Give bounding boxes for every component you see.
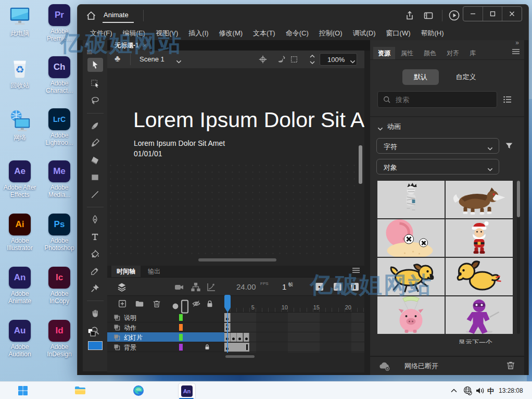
- layer-row-说明[interactable]: 说明: [107, 313, 224, 322]
- share-icon[interactable]: [404, 10, 415, 21]
- timeline-horizontal-scrollbar[interactable]: [225, 355, 255, 358]
- onion-skin-icon[interactable]: ●: [315, 283, 323, 291]
- segment-custom-button[interactable]: 自定义: [447, 69, 485, 85]
- panel-tab-库[interactable]: 库: [465, 47, 480, 59]
- scene-chevron-icon[interactable]: [176, 57, 182, 61]
- menu-item[interactable]: 修改(M): [214, 27, 248, 40]
- desktop-icon-Au[interactable]: AuAdobe Audition: [0, 320, 40, 358]
- onion-skin-outline-icon[interactable]: ○: [334, 283, 341, 291]
- fluid-brush-tool-icon[interactable]: [87, 120, 103, 131]
- layer-outline-icon[interactable]: [113, 344, 120, 351]
- segment-default-button[interactable]: 默认: [402, 69, 439, 85]
- stage-canvas[interactable]: Lorem Ipsum Dolor Sit Amet Lorem Ipsum D…: [107, 68, 364, 266]
- layers-icon[interactable]: [117, 282, 127, 292]
- lock-layers-icon[interactable]: [205, 299, 214, 308]
- line-tool-icon[interactable]: [87, 189, 103, 200]
- layer-row-幻灯片[interactable]: 幻灯片: [107, 332, 224, 342]
- assets-scrollbar[interactable]: [517, 181, 520, 334]
- swap-colors-icon[interactable]: [87, 328, 98, 340]
- panel-tab-颜色[interactable]: 颜色: [419, 47, 441, 59]
- menu-item[interactable]: 帮助(H): [416, 27, 449, 40]
- menu-item[interactable]: 控制(O): [314, 27, 348, 40]
- menu-item[interactable]: 编辑(E): [118, 27, 150, 40]
- asset-warp-tool-icon[interactable]: [87, 283, 103, 294]
- asset-thumbnail-pig[interactable]: [377, 296, 445, 334]
- desktop-icon-Ai[interactable]: AiAdobe Illustrator: [0, 214, 40, 252]
- panel-tab-对齐[interactable]: 对齐: [442, 47, 464, 59]
- tools-panel-menu-icon[interactable]: [86, 48, 93, 56]
- timeline-tab-输出[interactable]: 输出: [143, 266, 166, 277]
- section-title[interactable]: 动画: [387, 122, 401, 131]
- scene-name[interactable]: Scene 1: [140, 55, 164, 63]
- zoom-chevron-icon[interactable]: [350, 57, 356, 61]
- asset-thumbnail-santa[interactable]: [446, 219, 513, 257]
- show-all-dot-icon[interactable]: [171, 302, 180, 311]
- frame-graph-icon[interactable]: [206, 282, 217, 292]
- asset-thumbnail-ninja[interactable]: [446, 296, 513, 334]
- stage-vertical-scrollbar[interactable]: [359, 145, 362, 184]
- desktop-icon-network[interactable]: 网络: [0, 108, 40, 141]
- stage-text-heading[interactable]: Lorem Ipsum Dolor Sit Amet: [133, 108, 364, 132]
- desktop-icon-Ch[interactable]: ChAdobe Charact...: [41, 56, 78, 94]
- file-explorer-icon[interactable]: [74, 384, 86, 397]
- minimize-button[interactable]: [463, 7, 483, 21]
- tray-network-offline-icon[interactable]: [462, 385, 473, 396]
- desktop-icon-LrC[interactable]: LrCAdobe Lightroo...: [41, 108, 78, 146]
- fill-color-swatch[interactable]: [88, 341, 103, 350]
- document-tab[interactable]: 无标题-1 ×: [110, 40, 150, 51]
- menu-item[interactable]: 调试(D): [348, 27, 381, 40]
- desktop-icon-Ae[interactable]: AeAdobe After Effects: [0, 160, 40, 198]
- desktop-icon-Pr[interactable]: PrAdobe Premie...: [41, 4, 78, 42]
- list-view-icon[interactable]: [502, 94, 513, 105]
- keyframe[interactable]: [237, 333, 243, 342]
- asset-thumbnail-wolf[interactable]: [446, 181, 513, 218]
- taskbar-animate-button[interactable]: An: [178, 383, 196, 399]
- center-stage-icon[interactable]: [258, 55, 268, 64]
- stage-text-line2[interactable]: 01/01/01: [134, 149, 162, 158]
- rotate-view-icon[interactable]: [276, 55, 285, 64]
- camera-icon[interactable]: [174, 282, 184, 292]
- asset-thumbnail-snail[interactable]: [377, 219, 445, 257]
- keyframe-span[interactable]: [224, 343, 249, 352]
- document-close-icon[interactable]: ×: [143, 42, 146, 48]
- search-input[interactable]: 搜索: [377, 91, 497, 108]
- layer-outline-icon[interactable]: [113, 334, 120, 341]
- layer-lock-icon[interactable]: [204, 344, 210, 350]
- desktop-icon-An[interactable]: AnAdobe Animate: [0, 267, 40, 305]
- layer-row-背景[interactable]: 背景: [107, 342, 224, 352]
- expand-panel-icon[interactable]: »: [515, 39, 519, 46]
- layer-row-动作[interactable]: 动作: [107, 322, 224, 332]
- hand-tool-icon[interactable]: [87, 308, 103, 319]
- menu-item[interactable]: 文本(T): [248, 27, 281, 40]
- close-button[interactable]: [502, 7, 522, 21]
- keyframe[interactable]: [231, 333, 237, 342]
- keyframe[interactable]: [244, 333, 250, 342]
- panel-tab-资源[interactable]: 资源: [373, 47, 395, 59]
- paint-bucket-tool-icon[interactable]: [87, 248, 103, 259]
- taskbar-clock[interactable]: 13:28:08: [499, 387, 529, 394]
- hide-layers-eye-icon[interactable]: [192, 299, 201, 308]
- asset-thumbnail-dog-running[interactable]: [377, 258, 445, 295]
- panel-tab-属性[interactable]: 属性: [396, 47, 418, 59]
- selection-tool-icon[interactable]: [87, 58, 103, 72]
- assets-scrollbar-thumb[interactable]: [517, 181, 520, 217]
- type-dropdown[interactable]: 对象: [376, 159, 499, 174]
- tray-chevron-up-icon[interactable]: [449, 385, 459, 396]
- edge-browser-icon[interactable]: [132, 384, 145, 397]
- timeline-panel-menu-icon[interactable]: [352, 267, 360, 273]
- menu-item[interactable]: 插入(I): [183, 27, 213, 40]
- layer-color-swatch[interactable]: [179, 324, 183, 331]
- start-button-icon[interactable]: [17, 384, 29, 397]
- layer-color-swatch[interactable]: [179, 314, 183, 321]
- layer-color-swatch[interactable]: [179, 344, 183, 351]
- filter-icon[interactable]: [504, 141, 514, 151]
- timeline-tab-时间轴[interactable]: 时间轴: [111, 266, 141, 277]
- app-tab-animate[interactable]: Animate: [104, 11, 129, 19]
- edit-multiple-frames-icon[interactable]: ❚: [351, 283, 359, 291]
- tray-volume-icon[interactable]: [475, 385, 485, 396]
- pen-tool-icon[interactable]: [87, 214, 103, 225]
- menu-item[interactable]: 命令(C): [281, 27, 314, 40]
- lasso-tool-icon[interactable]: [87, 95, 103, 106]
- eyedropper-tool-icon[interactable]: [87, 266, 103, 277]
- fps-value[interactable]: 24.00: [236, 282, 256, 291]
